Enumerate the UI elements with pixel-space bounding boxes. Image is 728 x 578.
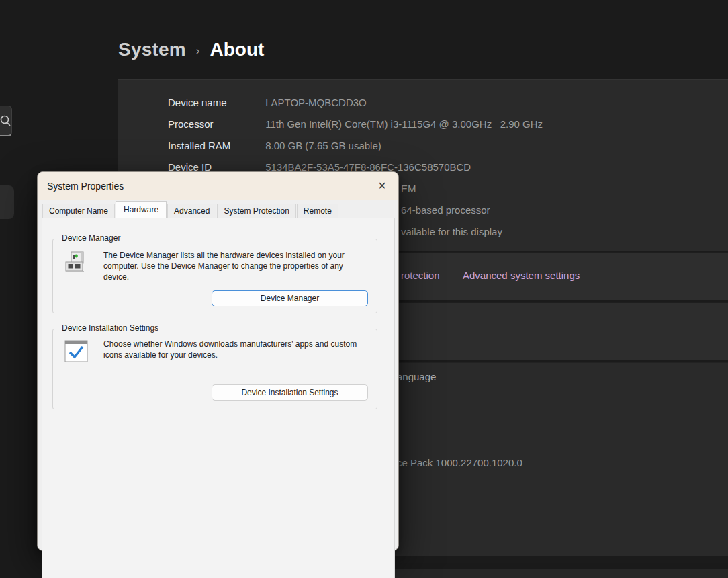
device-manager-group-label: Device Manager: [58, 233, 124, 243]
device-manager-button[interactable]: Device Manager: [212, 290, 368, 306]
checkbox-checked-icon: [64, 339, 91, 366]
tab-advanced[interactable]: Advanced: [167, 204, 216, 218]
spec-label: Device name: [168, 97, 263, 108]
system-properties-dialog: System Properties ✕ Computer Name Hardwa…: [37, 171, 399, 551]
close-icon[interactable]: ✕: [370, 175, 394, 198]
device-manager-group: Device Manager The Device Manager lists …: [52, 239, 377, 313]
hardware-tab-page: Device Manager The Device Manager lists …: [42, 218, 395, 578]
tab-system-protection[interactable]: System Protection: [217, 204, 295, 218]
spec-label: Processor: [168, 118, 263, 130]
language-row-fragment: anguage: [397, 371, 436, 382]
tab-computer-name[interactable]: Computer Name: [42, 204, 115, 218]
spec-row-processor: Processor 11th Gen Intel(R) Core(TM) i3-…: [168, 118, 543, 130]
spec-value: 8.00 GB (7.65 GB usable): [265, 140, 381, 151]
device-manager-icon: [64, 250, 91, 277]
pen-touch-value-fragment: vailable for this display: [401, 226, 502, 237]
device-installation-settings-group-label: Device Installation Settings: [58, 323, 162, 333]
device-installation-settings-button[interactable]: Device Installation Settings: [212, 384, 368, 401]
spec-value: LAPTOP-MQBCDD3O: [265, 97, 367, 108]
chevron-right-icon: ›: [196, 44, 200, 58]
device-manager-description: The Device Manager lists all the hardwar…: [103, 250, 369, 282]
spec-row-installed-ram: Installed RAM 8.00 GB (7.65 GB usable): [168, 140, 381, 151]
tab-remote[interactable]: Remote: [297, 204, 338, 218]
spec-row-device-name: Device name LAPTOP-MQBCDD3O: [168, 97, 367, 108]
spec-label: Installed RAM: [168, 140, 263, 151]
product-id-value-fragment: EM: [401, 183, 416, 194]
breadcrumb: System › About: [118, 39, 264, 60]
system-protection-link-fragment[interactable]: rotection: [401, 270, 440, 281]
device-installation-description: Choose whether Windows downloads manufac…: [103, 339, 369, 360]
dialog-titlebar: System Properties ✕: [38, 172, 398, 200]
advanced-system-settings-link[interactable]: Advanced system settings: [463, 270, 580, 281]
tab-hardware[interactable]: Hardware: [116, 201, 167, 218]
sidebar-item-system[interactable]: [0, 185, 14, 219]
system-type-value-fragment: 64-based processor: [401, 204, 490, 216]
breadcrumb-system[interactable]: System: [118, 39, 186, 60]
search-icon: [0, 114, 12, 128]
experience-pack-value-fragment: ce Pack 1000.22700.1020.0: [397, 457, 522, 468]
spec-value: 11th Gen Intel(R) Core(TM) i3-1115G4 @ 3…: [265, 118, 543, 130]
search-input[interactable]: [0, 106, 12, 136]
dialog-title: System Properties: [47, 181, 124, 192]
page-title: About: [210, 39, 265, 60]
tabstrip: Computer Name Hardware Advanced System P…: [42, 203, 339, 218]
device-installation-settings-group: Device Installation Settings Choose whet…: [52, 329, 377, 409]
